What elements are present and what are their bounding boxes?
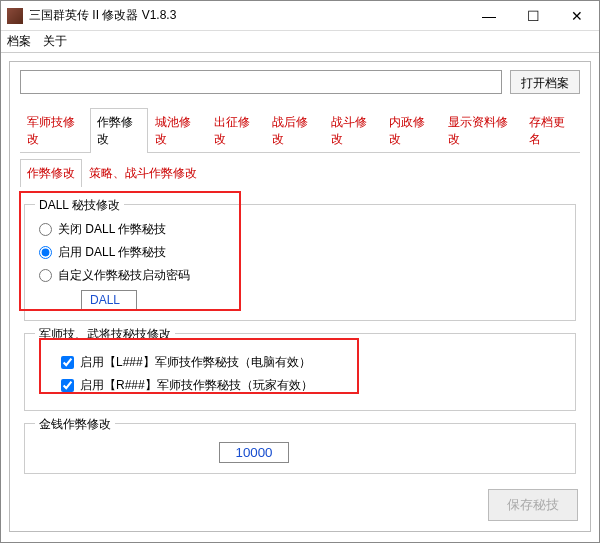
maximize-button[interactable]: ☐ [511,1,555,31]
menu-file[interactable]: 档案 [7,33,31,50]
menubar: 档案 关于 [1,31,599,53]
titlebar: 三国群英传 II 修改器 V1.8.3 — ☐ ✕ [1,1,599,31]
group-skills-legend: 军师技、武将技秘技修改 [35,326,175,343]
radio-enable-dall-label: 启用 DALL 作弊秘技 [58,244,166,261]
tab-rename[interactable]: 存档更名 [522,108,581,153]
radio-close-dall-label: 关闭 DALL 作弊秘技 [58,221,166,238]
checkbox-l-label: 启用【L###】军师技作弊秘技（电脑有效） [80,354,311,371]
radio-close-dall[interactable] [39,223,52,236]
app-icon [7,8,23,24]
tab-junshi[interactable]: 军师技修改 [20,108,90,153]
group-dall: DALL 秘技修改 关闭 DALL 作弊秘技 启用 DALL 作弊秘技 自定义作… [24,204,576,321]
checkbox-r-cheat[interactable] [61,379,74,392]
subtab-cheat[interactable]: 作弊修改 [20,159,82,187]
main-panel: 打开档案 军师技修改 作弊修改 城池修改 出征修改 战后修改 战斗修改 内政修改… [9,61,591,532]
tab-cheat[interactable]: 作弊修改 [90,108,149,153]
group-dall-legend: DALL 秘技修改 [35,197,124,214]
radio-enable-dall[interactable] [39,246,52,259]
save-button[interactable]: 保存秘技 [488,489,578,521]
close-button[interactable]: ✕ [555,1,599,31]
tab-politics[interactable]: 内政修改 [382,108,441,153]
open-file-button[interactable]: 打开档案 [510,70,580,94]
radio-custom-dall-label: 自定义作弊秘技启动密码 [58,267,190,284]
checkbox-l-cheat[interactable] [61,356,74,369]
money-input[interactable] [219,442,289,463]
tab-expedition[interactable]: 出征修改 [207,108,266,153]
main-tabs: 军师技修改 作弊修改 城池修改 出征修改 战后修改 战斗修改 内政修改 显示资料… [20,108,580,153]
group-skills: 军师技、武将技秘技修改 启用【L###】军师技作弊秘技（电脑有效） 启用【R##… [24,333,576,411]
checkbox-r-label: 启用【R###】军师技作弊秘技（玩家有效） [80,377,313,394]
minimize-button[interactable]: — [467,1,511,31]
app-window: 三国群英传 II 修改器 V1.8.3 — ☐ ✕ 档案 关于 打开档案 军师技… [0,0,600,543]
sub-tabs: 作弊修改 策略、战斗作弊修改 [20,159,580,186]
window-title: 三国群英传 II 修改器 V1.8.3 [29,7,467,24]
tab-display[interactable]: 显示资料修改 [441,108,522,153]
group-money-legend: 金钱作弊修改 [35,416,115,433]
file-path-input[interactable] [20,70,502,94]
subtab-strategy[interactable]: 策略、战斗作弊修改 [82,159,204,187]
tab-city[interactable]: 城池修改 [148,108,207,153]
tab-postbattle[interactable]: 战后修改 [265,108,324,153]
menu-about[interactable]: 关于 [43,33,67,50]
group-money: 金钱作弊修改 [24,423,576,474]
radio-custom-dall[interactable] [39,269,52,282]
custom-password-input[interactable] [81,290,137,310]
tab-battle[interactable]: 战斗修改 [324,108,383,153]
